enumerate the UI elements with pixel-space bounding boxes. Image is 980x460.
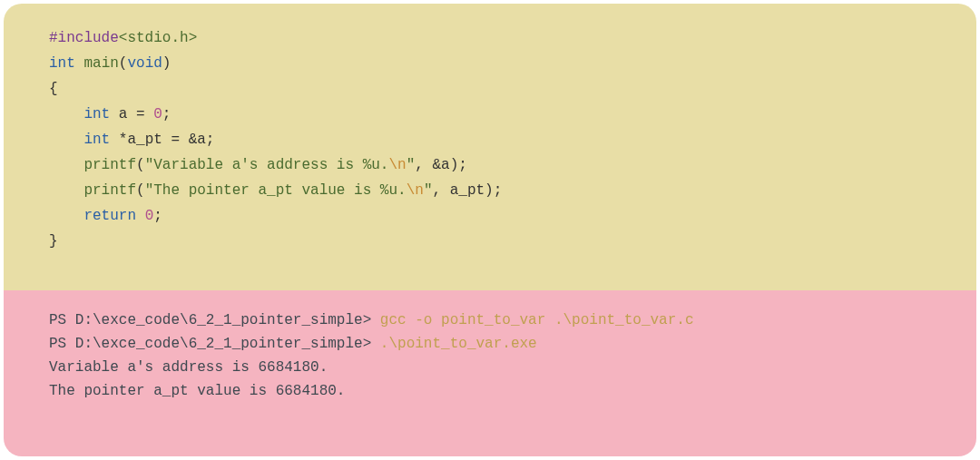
terminal-pane: PS D:\exce_code\6_2_1_pointer_simple> gc… xyxy=(4,290,976,456)
rbrace: } xyxy=(49,233,58,250)
terminal-prompt: PS D:\exce_code\6_2_1_pointer_simple> xyxy=(49,336,380,352)
terminal-prompt: PS D:\exce_code\6_2_1_pointer_simple> xyxy=(49,312,380,328)
code-line: { xyxy=(49,76,931,102)
code-line: #include<stdio.h> xyxy=(49,25,931,51)
code-line: printf("Variable a's address is %u.\n", … xyxy=(49,152,931,178)
ampersand-a: &a xyxy=(432,157,449,173)
lparen: ( xyxy=(136,157,145,173)
equals: = xyxy=(162,132,189,148)
code-line: int *a_pt = &a; xyxy=(49,127,931,152)
keyword-int: int xyxy=(49,55,75,72)
rparen: ) xyxy=(485,182,494,199)
code-line: int a = 0; xyxy=(49,102,931,127)
terminal-line: PS D:\exce_code\6_2_1_pointer_simple> .\… xyxy=(49,332,931,356)
semicolon: ; xyxy=(494,182,503,199)
code-line: } xyxy=(49,229,931,254)
code-line: return 0; xyxy=(49,203,931,229)
function-main: main xyxy=(83,55,118,72)
code-and-terminal-card: #include<stdio.h> int main(void) { int a… xyxy=(4,4,976,456)
terminal-output: The pointer a_pt value is 6684180. xyxy=(49,379,931,403)
keyword-int: int xyxy=(83,132,110,148)
terminal-output: Variable a's address is 6684180. xyxy=(49,356,931,379)
semicolon: ; xyxy=(206,132,215,148)
indent xyxy=(49,106,83,122)
preprocessor-directive: #include xyxy=(49,30,119,46)
code-line: printf("The pointer a_pt value is %u.\n"… xyxy=(49,178,931,203)
terminal-command: gcc -o point_to_var .\point_to_var.c xyxy=(380,312,694,328)
terminal-line: PS D:\exce_code\6_2_1_pointer_simple> gc… xyxy=(49,308,931,332)
semicolon: ; xyxy=(153,208,162,224)
string-literal: "Variable a's address is %u. xyxy=(145,157,389,173)
star: * xyxy=(119,132,128,148)
include-header: <stdio.h> xyxy=(119,30,197,46)
comma: , xyxy=(432,182,449,199)
code-pane: #include<stdio.h> int main(void) { int a… xyxy=(4,4,976,290)
function-printf: printf xyxy=(83,157,136,173)
keyword-return: return xyxy=(83,208,136,224)
keyword-int: int xyxy=(83,106,110,122)
string-literal: "The pointer a_pt value is %u. xyxy=(145,182,407,199)
escape-sequence: \n xyxy=(407,182,424,199)
lbrace: { xyxy=(49,81,58,97)
indent xyxy=(49,132,83,148)
semicolon: ; xyxy=(458,157,467,173)
terminal-command: .\point_to_var.exe xyxy=(380,336,537,352)
comma: , xyxy=(415,157,432,173)
number-zero: 0 xyxy=(145,208,154,224)
indent xyxy=(49,157,83,173)
keyword-void: void xyxy=(127,55,162,72)
code-line: int main(void) xyxy=(49,51,931,76)
rparen: ) xyxy=(162,55,172,72)
var-apt: a_pt xyxy=(450,182,485,199)
string-literal-end: " xyxy=(407,157,416,173)
rparen: ) xyxy=(450,157,459,173)
equals: = xyxy=(127,106,153,122)
semicolon: ; xyxy=(162,106,172,122)
indent xyxy=(49,208,83,224)
number-zero: 0 xyxy=(153,106,162,122)
indent xyxy=(49,182,83,199)
ampersand-a: &a xyxy=(189,132,206,148)
lparen: ( xyxy=(136,182,145,199)
lparen: ( xyxy=(119,55,128,72)
var-a: a xyxy=(119,106,128,122)
function-printf: printf xyxy=(83,182,136,199)
escape-sequence: \n xyxy=(388,157,406,173)
var-apt: a_pt xyxy=(127,132,162,148)
